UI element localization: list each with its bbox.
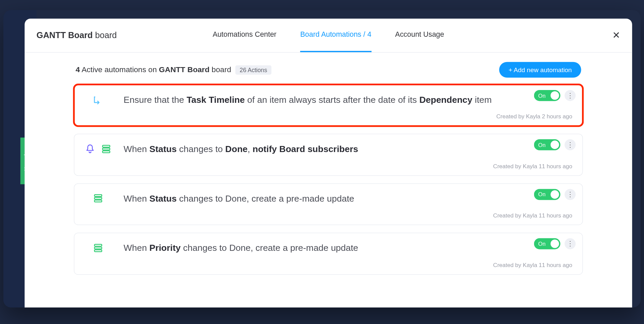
close-icon: ✕ <box>612 30 620 41</box>
automation-card[interactable]: On⋮When Status changes to Done, notify B… <box>74 134 583 176</box>
active-count: 4 <box>76 65 80 74</box>
card-icons <box>85 144 112 155</box>
status-icon <box>93 193 104 204</box>
card-icons <box>85 193 112 204</box>
tab-board-automations[interactable]: Board Automations / 4 <box>300 19 372 52</box>
header-tabs: Automations Center Board Automations / 4… <box>213 19 444 52</box>
toggle-on[interactable]: On <box>534 140 560 151</box>
card-controls: On⋮ <box>534 140 576 151</box>
active-count-text: 4 Active automations on GANTT Board boar… <box>76 65 271 75</box>
created-by-text: Created by Kayla 11 hours ago <box>85 262 572 268</box>
status-icon <box>101 144 112 155</box>
automation-description: When Priority changes to Done, create a … <box>124 242 358 254</box>
close-button[interactable]: ✕ <box>609 29 623 42</box>
created-by-text: Created by Kayla 11 hours ago <box>85 212 572 219</box>
toggle-on[interactable]: On <box>534 238 560 249</box>
automation-card[interactable]: On⋮Ensure that the Task Timeline of an i… <box>74 85 583 126</box>
toggle-on[interactable]: On <box>534 189 560 200</box>
automation-description: When Status changes to Done, notify Boar… <box>124 143 358 155</box>
card-controls: On⋮ <box>534 238 576 249</box>
card-body: When Status changes to Done, create a pr… <box>85 192 572 205</box>
automations-modal: GANTT Board board Automations Center Boa… <box>25 19 632 307</box>
add-automation-button[interactable]: + Add new automation <box>499 62 581 78</box>
status-icon <box>93 242 104 254</box>
subheader: 4 Active automations on GANTT Board boar… <box>25 53 632 82</box>
kebab-menu-icon[interactable]: ⋮ <box>564 90 576 101</box>
modal-header: GANTT Board board Automations Center Boa… <box>25 19 632 53</box>
bell-icon <box>85 144 96 155</box>
board-name-inline: GANTT Board <box>159 65 209 74</box>
automations-list: On⋮Ensure that the Task Timeline of an i… <box>25 82 632 283</box>
dependency-icon <box>93 94 104 105</box>
board-suffix: board <box>95 30 117 40</box>
app-background: Upgrade GANTT Board board Automations Ce… <box>3 10 641 307</box>
card-controls: On⋮ <box>534 90 576 101</box>
actions-chip: 26 Actions <box>235 65 271 75</box>
card-icons <box>85 242 112 254</box>
created-by-text: Created by Kayla 2 hours ago <box>85 114 572 120</box>
card-body: When Priority changes to Done, create a … <box>85 242 572 254</box>
kebab-menu-icon[interactable]: ⋮ <box>564 189 576 200</box>
board-name: GANTT Board <box>36 30 93 40</box>
tab-automations-center[interactable]: Automations Center <box>213 19 276 52</box>
kebab-menu-icon[interactable]: ⋮ <box>564 238 576 249</box>
card-body: Ensure that the Task Timeline of an item… <box>85 93 572 106</box>
tab-account-usage[interactable]: Account Usage <box>395 19 444 52</box>
kebab-menu-icon[interactable]: ⋮ <box>564 140 576 151</box>
automation-description: Ensure that the Task Timeline of an item… <box>124 93 492 106</box>
card-controls: On⋮ <box>534 189 576 200</box>
card-icons <box>85 94 112 105</box>
board-title: GANTT Board board <box>36 30 117 40</box>
card-body: When Status changes to Done, notify Boar… <box>85 143 572 155</box>
created-by-text: Created by Kayla 11 hours ago <box>85 163 572 169</box>
automation-card[interactable]: On⋮When Priority changes to Done, create… <box>74 233 583 274</box>
automation-card[interactable]: On⋮When Status changes to Done, create a… <box>74 183 583 225</box>
automation-description: When Status changes to Done, create a pr… <box>124 192 354 205</box>
toggle-on[interactable]: On <box>534 90 560 101</box>
